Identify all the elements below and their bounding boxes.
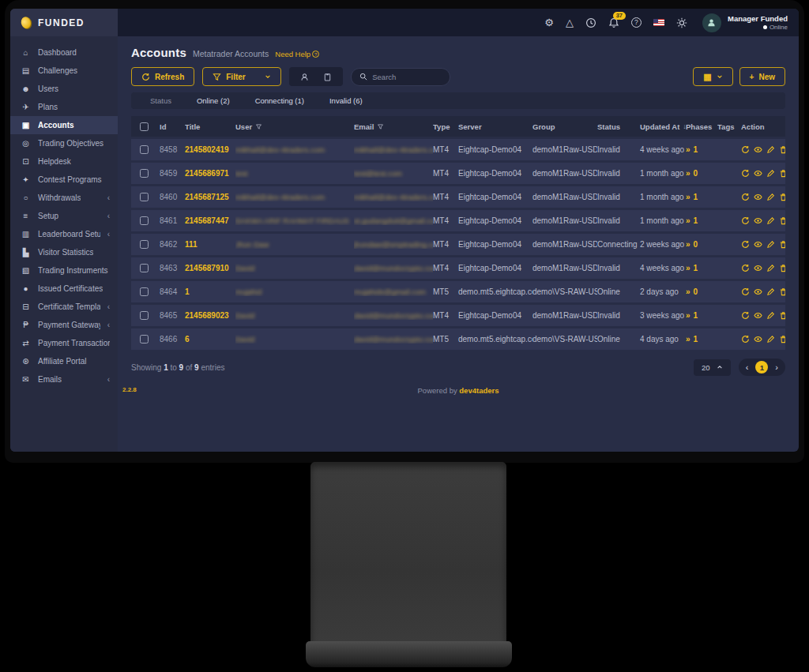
row-checkbox[interactable] <box>140 145 149 154</box>
col-header-phases[interactable]: Phases <box>686 122 717 131</box>
logo-row[interactable]: FUNDED <box>10 9 118 36</box>
view-action-icon[interactable] <box>754 145 762 154</box>
sidebar-item-emails[interactable]: ✉Emails‹ <box>10 370 118 389</box>
filter-button[interactable]: Filter <box>202 67 281 86</box>
sidebar-item-affiliate-portal[interactable]: ⊛Affiliate Portal <box>10 352 118 370</box>
col-header-title[interactable]: Title <box>185 122 235 131</box>
refresh-action-icon[interactable] <box>741 335 750 344</box>
user-menu[interactable]: Manager Funded Online <box>702 13 788 32</box>
refresh-action-icon[interactable] <box>741 311 750 320</box>
sidebar-item-withdrawals[interactable]: ○Withdrawals‹ <box>10 189 118 207</box>
col-header-type[interactable]: Type <box>433 122 458 131</box>
tab-invalid[interactable]: Invalid (6) <box>329 96 363 105</box>
sidebar-item-trading-instruments[interactable]: ▧Trading Instruments <box>10 261 118 280</box>
delete-action-icon[interactable] <box>779 193 785 201</box>
row-checkbox[interactable] <box>140 264 149 272</box>
select-all-checkbox[interactable] <box>140 122 149 131</box>
columns-dropdown-button[interactable]: ▦ <box>693 67 732 86</box>
refresh-action-icon[interactable] <box>741 287 750 296</box>
delete-action-icon[interactable] <box>779 216 785 225</box>
sidebar-item-users[interactable]: ☻Users <box>10 80 118 98</box>
account-phases[interactable]: »0 <box>686 287 717 296</box>
settings-gear-icon[interactable]: ⚙ <box>544 17 554 28</box>
account-phases[interactable]: »1 <box>686 145 717 154</box>
col-header-email[interactable]: Email <box>354 122 433 131</box>
refresh-action-icon[interactable] <box>741 216 750 225</box>
col-header-status[interactable]: Status <box>597 122 640 131</box>
account-phases[interactable]: »1 <box>686 193 717 201</box>
account-phases[interactable]: »0 <box>686 240 717 249</box>
delete-action-icon[interactable] <box>779 335 785 344</box>
refresh-action-icon[interactable] <box>741 169 750 178</box>
prev-page-button[interactable]: ‹ <box>746 363 749 372</box>
view-action-icon[interactable] <box>754 287 762 296</box>
account-phases[interactable]: »1 <box>686 216 717 225</box>
account-title-link[interactable]: 2145802419 <box>185 145 229 154</box>
tab-connecting[interactable]: Connecting (1) <box>255 96 304 105</box>
delete-action-icon[interactable] <box>779 287 785 296</box>
next-page-button[interactable]: › <box>775 363 778 372</box>
tab-online[interactable]: Online (2) <box>197 96 230 105</box>
new-button[interactable]: + New <box>739 67 785 86</box>
col-header-user[interactable]: User <box>235 122 354 131</box>
edit-action-icon[interactable] <box>766 169 775 178</box>
col-header-group[interactable]: Group <box>532 122 597 131</box>
notifications-bell-icon[interactable]: 37 <box>608 17 619 28</box>
sidebar-item-plans[interactable]: ✈Plans <box>10 98 118 116</box>
view-action-icon[interactable] <box>754 240 762 249</box>
refresh-action-icon[interactable] <box>741 264 750 272</box>
need-help-link[interactable]: Need Help? <box>275 50 319 58</box>
account-phases[interactable]: »0 <box>686 169 717 178</box>
refresh-action-icon[interactable] <box>741 193 750 201</box>
edit-action-icon[interactable] <box>766 193 775 201</box>
powered-brand-link[interactable]: dev4taders <box>459 386 499 395</box>
history-clock-icon[interactable] <box>585 17 596 28</box>
current-page-button[interactable]: 1 <box>755 361 768 374</box>
edit-action-icon[interactable] <box>766 335 775 344</box>
delete-action-icon[interactable] <box>779 169 785 178</box>
row-checkbox[interactable] <box>140 169 149 178</box>
sidebar-item-dashboard[interactable]: ⌂Dashboard <box>10 43 118 62</box>
delete-action-icon[interactable] <box>779 240 785 249</box>
account-title-link[interactable]: 2145689023 <box>185 311 229 320</box>
user-filter-icon[interactable] <box>300 73 309 81</box>
sidebar-item-trading-objectives[interactable]: ◎Trading Objectives <box>10 134 118 152</box>
delete-action-icon[interactable] <box>779 145 785 154</box>
col-header-updated-at[interactable]: Updated At ↓ <box>640 122 686 131</box>
theme-sun-icon[interactable] <box>676 17 687 28</box>
sidebar-item-accounts[interactable]: ▣Accounts <box>10 116 118 134</box>
refresh-action-icon[interactable] <box>741 240 750 249</box>
edit-action-icon[interactable] <box>766 287 775 296</box>
account-phases[interactable]: »1 <box>686 264 717 272</box>
sidebar-item-payment-gateways[interactable]: ₱Payment Gateways‹ <box>10 316 118 334</box>
account-title-link[interactable]: 2145687447 <box>185 216 229 225</box>
language-flag-icon[interactable] <box>653 19 664 26</box>
search-input[interactable] <box>372 73 442 81</box>
view-action-icon[interactable] <box>754 216 762 225</box>
account-phases[interactable]: »1 <box>686 311 717 320</box>
view-action-icon[interactable] <box>754 335 762 344</box>
row-checkbox[interactable] <box>140 216 149 225</box>
row-checkbox[interactable] <box>140 193 149 201</box>
sidebar-item-contest-programs[interactable]: ✦Contest Programs <box>10 171 118 189</box>
view-action-icon[interactable] <box>754 193 762 201</box>
view-action-icon[interactable] <box>754 311 762 320</box>
row-checkbox[interactable] <box>140 240 149 249</box>
sidebar-item-challenges[interactable]: ▤Challenges <box>10 62 118 80</box>
refresh-button[interactable]: Refresh <box>131 67 194 86</box>
account-title-link[interactable]: 1 <box>185 287 190 296</box>
view-action-icon[interactable] <box>754 169 762 178</box>
alerts-triangle-icon[interactable]: △ <box>566 17 574 28</box>
clipboard-icon[interactable] <box>323 73 332 81</box>
edit-action-icon[interactable] <box>766 240 775 249</box>
col-header-server[interactable]: Server <box>458 122 532 131</box>
sidebar-item-visitor-statistics[interactable]: ▙Visitor Statistics <box>10 243 118 261</box>
sidebar-item-leaderboard-setups[interactable]: ▥Leaderboard Setups‹ <box>10 225 118 243</box>
account-title-link[interactable]: 6 <box>185 335 190 344</box>
col-header-id[interactable]: Id <box>160 122 185 131</box>
sidebar-item-setup[interactable]: ≡Setup‹ <box>10 207 118 225</box>
account-title-link[interactable]: 111 <box>185 240 198 249</box>
refresh-action-icon[interactable] <box>741 145 750 154</box>
edit-action-icon[interactable] <box>766 216 775 225</box>
account-title-link[interactable]: 2145686971 <box>185 169 229 178</box>
